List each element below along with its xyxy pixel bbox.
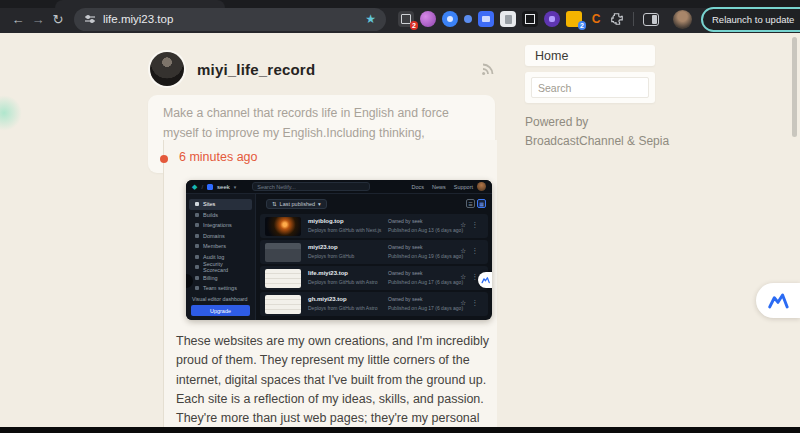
shot-sort-dropdown: ⇅ Last published ▾ — [266, 199, 327, 209]
shot-top-links: Docs News Support — [411, 184, 473, 190]
bottom-window-edge — [0, 427, 800, 433]
extension-icon-6[interactable] — [500, 11, 516, 27]
support-link: Support — [454, 184, 473, 190]
shot-nav-integrations: Integrations — [189, 220, 252, 231]
news-link: News — [432, 184, 446, 190]
shot-search-placeholder: Search Netlify... — [257, 184, 295, 190]
home-label: Home — [535, 49, 568, 63]
back-icon[interactable]: ← — [8, 12, 28, 27]
page-scrollbar[interactable] — [792, 37, 797, 137]
extension-icon-7[interactable] — [522, 11, 538, 27]
site-thumbnail — [265, 269, 301, 288]
favorite-star-icon: ☆ — [460, 273, 466, 281]
chevron-down-icon: ▾ — [318, 201, 321, 207]
shot-user-avatar — [477, 182, 486, 191]
shot-site-row: life.miyi23.top Deploys from GitHub with… — [260, 266, 488, 290]
channel-title: miyi_life_record — [197, 61, 480, 78]
monica-assistant-badge[interactable] — [756, 283, 800, 318]
team-switcher-icon: ▾ — [234, 184, 237, 190]
post-body-text: These websites are my own creations, and… — [176, 332, 502, 427]
shot-nav-sites: Sites — [189, 199, 252, 210]
shot-site-row: miyi23.top Deploys from GitHub Owned by … — [260, 240, 488, 264]
decorative-glow — [0, 95, 22, 131]
shot-nav-billing: Billing — [189, 273, 252, 284]
domains-icon — [195, 234, 199, 238]
extension-icon-8[interactable] — [544, 11, 560, 27]
rss-icon[interactable] — [480, 61, 496, 77]
integrations-icon — [195, 223, 199, 227]
forward-icon[interactable]: → — [28, 12, 48, 27]
shot-search-bar: Search Netlify... — [252, 182, 370, 191]
shot-view-toggles: ☰ ▦ — [466, 199, 486, 208]
row-menu-icon: ⋮ — [472, 247, 479, 255]
list-view-icon: ☰ — [466, 199, 475, 208]
profile-avatar[interactable] — [673, 10, 692, 29]
page-content: miyi_life_record Make a channel that rec… — [0, 33, 800, 427]
shot-site-row: gh.miyi23.top Deploys from GitHub with A… — [260, 292, 488, 316]
favorite-star-icon: ☆ — [460, 247, 466, 255]
colorzilla-icon[interactable]: C — [588, 11, 604, 27]
sort-icon: ⇅ — [272, 201, 277, 207]
post-timeline: 6 minutes ago ◆ / seek ▾ Search Netlify.… — [163, 140, 497, 427]
shot-visual-editor-link: Visual editor dashboard — [192, 296, 251, 302]
site-thumbnail — [265, 243, 301, 262]
team-name: seek — [217, 184, 230, 190]
shot-upgrade-button: Upgrade — [191, 305, 250, 316]
search-input[interactable] — [531, 77, 649, 98]
grid-view-icon: ▦ — [477, 199, 486, 208]
extensions-puzzle-icon[interactable] — [610, 12, 624, 26]
channel-avatar[interactable] — [150, 52, 184, 86]
extension-icon-4[interactable] — [464, 15, 472, 23]
relaunch-label: Relaunch to update — [712, 14, 794, 25]
reload-icon[interactable]: ↻ — [48, 12, 68, 27]
extension-icon-9[interactable]: 2 — [566, 11, 582, 27]
security-icon — [195, 265, 199, 269]
url-text[interactable]: life.miyi23.top — [103, 13, 358, 25]
favorite-star-icon: ☆ — [460, 221, 466, 229]
netlify-logo-icon: ◆ — [192, 183, 197, 190]
shot-sidebar: Sites Builds Integrations Domains Member… — [186, 194, 256, 320]
site-thumbnail — [265, 217, 301, 236]
shot-monica-badge — [478, 272, 492, 288]
monica-logo-icon — [767, 292, 789, 309]
browser-toolbar: ← → ↻ life.miyi23.top ★ 2 2 C — [0, 6, 800, 32]
post-image-netlify-dashboard[interactable]: ◆ / seek ▾ Search Netlify... Docs News S… — [186, 180, 492, 320]
billing-icon — [195, 276, 199, 280]
audit-log-icon — [195, 255, 199, 259]
post-timestamp[interactable]: 6 minutes ago — [179, 150, 258, 164]
team-avatar — [207, 184, 213, 190]
extension-icon-1[interactable]: 2 — [398, 11, 414, 27]
extension-icon-5[interactable] — [478, 11, 494, 27]
extension-icon-3[interactable] — [442, 11, 458, 27]
shot-nav-team-settings: Team settings — [189, 283, 252, 294]
favorite-star-icon: ☆ — [460, 299, 466, 307]
shot-nav-security: Security Scorecard — [189, 262, 252, 273]
members-icon — [195, 244, 199, 248]
docs-link: Docs — [411, 184, 424, 190]
settings-icon — [195, 286, 199, 290]
extension-icon-2[interactable] — [420, 11, 436, 27]
toolbar-divider — [633, 12, 634, 26]
row-menu-icon: ⋮ — [472, 299, 479, 307]
browser-chrome: ← → ↻ life.miyi23.top ★ 2 2 C — [0, 0, 800, 33]
shot-site-row: miyiblog.top Deploys from GitHub with Ne… — [260, 214, 488, 238]
bookmark-star-icon[interactable]: ★ — [365, 12, 376, 26]
sidebar-item-home[interactable]: Home — [525, 45, 655, 66]
builds-icon — [195, 213, 199, 217]
tune-icon[interactable] — [84, 13, 96, 25]
powered-by-line2[interactable]: BroadcastChannel & Sepia — [525, 132, 669, 151]
extension-badge: 2 — [578, 21, 586, 30]
extension-icons: 2 2 C — [398, 10, 692, 29]
side-panel-icon[interactable] — [643, 13, 659, 26]
site-thumbnail — [265, 295, 301, 314]
shot-nav-domains: Domains — [189, 231, 252, 242]
powered-by-line1: Powered by — [525, 113, 669, 132]
powered-by: Powered by BroadcastChannel & Sepia — [525, 113, 669, 150]
timeline-dot-icon — [160, 155, 168, 163]
shot-nav-members: Members — [189, 241, 252, 252]
channel-header: miyi_life_record — [150, 51, 496, 87]
sites-icon — [195, 202, 199, 206]
url-bar[interactable]: life.miyi23.top ★ — [74, 8, 386, 31]
shot-topbar: ◆ / seek ▾ Search Netlify... Docs News S… — [186, 180, 492, 194]
relaunch-to-update-button[interactable]: Relaunch to update ⋮ — [701, 7, 800, 32]
